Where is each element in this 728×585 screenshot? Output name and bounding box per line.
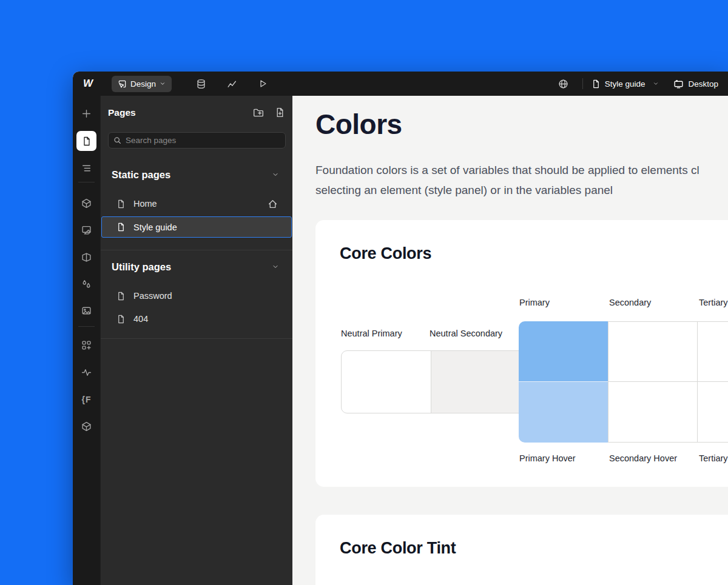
label-primary-hover: Primary Hover bbox=[519, 453, 576, 463]
pages-button[interactable] bbox=[76, 131, 96, 151]
section-static-pages[interactable]: Static pages bbox=[112, 166, 279, 183]
section-utility-pages[interactable]: Utility pages bbox=[112, 258, 279, 275]
style-guide-button[interactable] bbox=[76, 220, 96, 240]
page-item-label: Password bbox=[133, 291, 172, 301]
breakpoint-selector[interactable]: Desktop bbox=[673, 79, 718, 89]
swatch-secondary[interactable] bbox=[608, 321, 698, 382]
pulse-icon bbox=[81, 367, 92, 378]
fonts-icon: {F bbox=[82, 395, 92, 404]
core-color-tint-card: Core Color Tint bbox=[315, 515, 728, 585]
intro-line-1: Foundation colors is a set of variables … bbox=[315, 160, 699, 180]
pages-panel-header: Pages bbox=[108, 105, 285, 120]
play-icon bbox=[258, 79, 268, 89]
page-selector[interactable]: Style guide bbox=[592, 79, 659, 89]
swatch-primary[interactable] bbox=[519, 321, 608, 382]
page-item-label: Style guide bbox=[133, 222, 177, 232]
add-folder-button[interactable] bbox=[253, 107, 264, 118]
topbar: W Design bbox=[73, 72, 728, 96]
page-icon bbox=[116, 222, 126, 232]
add-page-button[interactable] bbox=[275, 107, 285, 118]
page-item-label: Home bbox=[133, 199, 157, 209]
chevron-down-icon bbox=[160, 81, 166, 87]
pages-panel: Pages Static pages bbox=[100, 96, 292, 585]
cms-button[interactable] bbox=[190, 75, 211, 92]
chevron-down-icon bbox=[272, 171, 279, 178]
design-mode-label: Design bbox=[130, 79, 156, 89]
page-icon bbox=[82, 136, 92, 146]
page-item-home[interactable]: Home bbox=[101, 194, 292, 213]
fonts-button[interactable]: {F bbox=[76, 389, 96, 409]
navigator-icon bbox=[81, 163, 92, 173]
add-elements-button[interactable] bbox=[76, 104, 96, 124]
rail-divider bbox=[78, 326, 95, 327]
core-colors-title: Core Colors bbox=[340, 244, 431, 263]
page-icon bbox=[116, 292, 126, 301]
rail-divider bbox=[78, 182, 95, 182]
topbar-divider bbox=[582, 78, 583, 89]
libraries-button[interactable] bbox=[76, 416, 96, 436]
design-canvas[interactable]: Colors Foundation colors is a set of var… bbox=[292, 96, 728, 585]
label-neutral-primary: Neutral Primary bbox=[341, 329, 402, 338]
database-icon bbox=[196, 79, 206, 89]
swatch-primary-hover[interactable] bbox=[519, 382, 608, 443]
intro-paragraph: Foundation colors is a set of variables … bbox=[315, 160, 699, 200]
droplets-icon bbox=[81, 278, 92, 289]
globe-icon bbox=[558, 79, 568, 89]
label-secondary-hover: Secondary Hover bbox=[609, 453, 677, 463]
topbar-tools bbox=[180, 75, 273, 92]
plus-icon bbox=[81, 109, 92, 119]
audit-button[interactable] bbox=[76, 363, 96, 383]
page-item-404[interactable]: 404 bbox=[101, 309, 292, 329]
preview-button[interactable] bbox=[252, 75, 273, 92]
section-label: Utility pages bbox=[112, 261, 171, 273]
breakpoint-label: Desktop bbox=[688, 79, 718, 89]
desktop-breakpoint-icon bbox=[673, 79, 684, 89]
left-toolbar: {F bbox=[73, 96, 100, 585]
label-primary: Primary bbox=[519, 298, 550, 307]
backdrop: W Design bbox=[0, 0, 728, 585]
page-icon bbox=[116, 199, 126, 209]
page-item-password[interactable]: Password bbox=[101, 286, 292, 306]
line-chart-icon bbox=[227, 79, 237, 89]
chevron-down-icon bbox=[272, 263, 279, 270]
swatch-neutral-secondary[interactable] bbox=[431, 350, 519, 413]
pages-search[interactable] bbox=[108, 132, 286, 149]
core-color-tint-title: Core Color Tint bbox=[340, 539, 456, 558]
apps-grid-icon bbox=[81, 340, 92, 350]
pages-panel-title: Pages bbox=[108, 107, 136, 118]
topbar-right: Style guide Desktop bbox=[553, 75, 718, 92]
navigator-button[interactable] bbox=[76, 158, 96, 178]
analytics-button[interactable] bbox=[221, 75, 242, 92]
search-icon bbox=[113, 136, 121, 144]
design-mode-button[interactable]: Design bbox=[112, 76, 172, 92]
panel-divider bbox=[101, 250, 292, 250]
half-cube-icon bbox=[81, 252, 92, 262]
variables-button[interactable] bbox=[76, 273, 96, 293]
section-label: Static pages bbox=[112, 169, 170, 181]
swatch-tertiary-hover[interactable] bbox=[697, 381, 728, 443]
cube-icon bbox=[81, 198, 92, 209]
webflow-designer-window: W Design bbox=[73, 72, 728, 585]
image-edit-icon bbox=[81, 225, 92, 235]
page-selector-label: Style guide bbox=[605, 79, 645, 89]
page-item-label: 404 bbox=[133, 314, 148, 324]
assets-button[interactable] bbox=[76, 301, 96, 321]
cube-icon bbox=[81, 421, 92, 432]
symbols-button[interactable] bbox=[76, 247, 96, 267]
components-button[interactable] bbox=[76, 193, 96, 213]
home-icon bbox=[268, 199, 278, 209]
label-tertiary-hover: Tertiary bbox=[699, 453, 728, 463]
label-neutral-secondary: Neutral Secondary bbox=[430, 329, 502, 338]
swatch-neutral-primary[interactable] bbox=[341, 350, 431, 413]
chevron-down-icon bbox=[653, 81, 659, 87]
apps-button[interactable] bbox=[76, 335, 96, 355]
swatch-tertiary[interactable] bbox=[697, 321, 728, 382]
image-icon bbox=[81, 306, 92, 316]
page-icon bbox=[116, 315, 126, 324]
search-input[interactable] bbox=[126, 136, 280, 145]
page-title: Colors bbox=[315, 108, 402, 141]
swatch-secondary-hover[interactable] bbox=[608, 381, 698, 443]
publish-button[interactable] bbox=[553, 75, 574, 92]
webflow-logo[interactable]: W bbox=[80, 78, 96, 90]
page-item-style-guide[interactable]: Style guide bbox=[101, 216, 292, 238]
